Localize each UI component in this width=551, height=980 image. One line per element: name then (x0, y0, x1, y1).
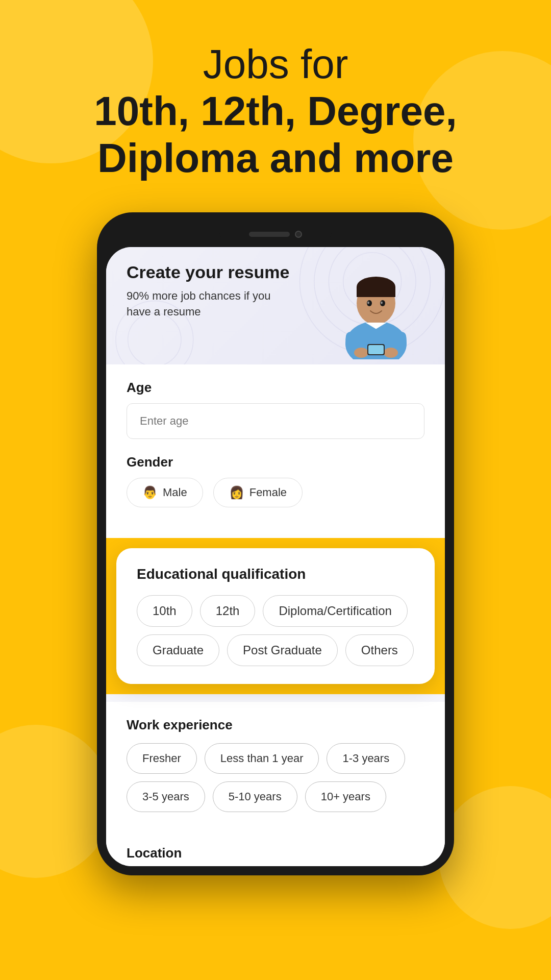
work-chip-1-3-years[interactable]: 1-3 years (327, 743, 405, 774)
female-label: Female (249, 486, 287, 499)
header-subtitle: 90% more job chances if you have a resum… (127, 288, 290, 320)
edu-chip-12th[interactable]: 12th (200, 595, 256, 627)
work-chip-5-10-years[interactable]: 5-10 years (213, 781, 297, 812)
hero-line3: Diploma and more (97, 135, 454, 181)
phone-screen: Create your resume 90% more job chances … (106, 247, 445, 866)
hero-section: Jobs for 10th, 12th, Degree, Diploma and… (0, 0, 551, 202)
header-content: Create your resume 90% more job chances … (127, 262, 424, 354)
phone-notch (219, 224, 332, 244)
phone-notch-bar (106, 222, 445, 247)
gender-options: 👨 Male 👩 Female (127, 478, 424, 507)
location-section: Location (106, 835, 445, 866)
female-icon: 👩 (229, 485, 244, 500)
header-avatar (333, 262, 424, 354)
edu-chip-others[interactable]: Others (345, 634, 414, 666)
svg-point-15 (354, 348, 368, 358)
avatar-svg (333, 262, 419, 359)
svg-rect-10 (357, 287, 395, 297)
hero-title: Jobs for 10th, 12th, Degree, Diploma and… (0, 41, 551, 182)
svg-point-16 (384, 348, 398, 358)
work-chip-row-1: Fresher Less than 1 year 1-3 years (127, 743, 424, 774)
work-chip-less-than-1-year[interactable]: Less than 1 year (205, 743, 319, 774)
form-area: Age Gender 👨 Male 👩 Female (106, 364, 445, 538)
gender-field: Gender 👨 Male 👩 Female (127, 454, 424, 507)
edu-options: 10th 12th Diploma/Certification Graduate (137, 595, 414, 666)
location-label: Location (127, 845, 424, 861)
header-text: Create your resume 90% more job chances … (127, 262, 290, 320)
age-label: Age (127, 380, 424, 396)
phone-wrapper: Create your resume 90% more job chances … (0, 212, 551, 875)
age-field: Age (127, 380, 424, 439)
work-experience-section: Work experience Fresher Less than 1 year… (106, 702, 445, 835)
screen-header: Create your resume 90% more job chances … (106, 247, 445, 364)
hero-line2: 10th, 12th, Degree, (94, 88, 457, 134)
work-chip-row-2: 3-5 years 5-10 years 10+ years (127, 781, 424, 812)
age-input[interactable] (127, 403, 424, 439)
svg-rect-18 (368, 345, 384, 354)
edu-qualification-title: Educational qualification (137, 566, 414, 582)
edu-chip-10th[interactable]: 10th (137, 595, 192, 627)
edu-qualification-popup: Educational qualification 10th 12th Dipl… (116, 548, 435, 684)
work-chip-fresher[interactable]: Fresher (127, 743, 197, 774)
edu-chip-graduate[interactable]: Graduate (137, 634, 219, 666)
svg-point-14 (381, 302, 383, 304)
male-label: Male (163, 486, 187, 499)
notch-camera (295, 231, 302, 238)
work-experience-label: Work experience (127, 717, 424, 733)
notch-speaker (249, 232, 290, 237)
male-icon: 👨 (142, 485, 158, 500)
hero-line1: Jobs for (203, 41, 348, 87)
svg-point-13 (367, 302, 369, 304)
work-chip-10-plus-years[interactable]: 10+ years (305, 781, 386, 812)
work-chip-3-5-years[interactable]: 3-5 years (127, 781, 205, 812)
gender-male-button[interactable]: 👨 Male (127, 478, 203, 507)
edu-chip-diploma[interactable]: Diploma/Certification (263, 595, 407, 627)
header-title: Create your resume (127, 262, 290, 282)
gender-label: Gender (127, 454, 424, 470)
edu-chip-postgraduate[interactable]: Post Graduate (227, 634, 338, 666)
gender-female-button[interactable]: 👩 Female (213, 478, 303, 507)
phone-frame: Create your resume 90% more job chances … (97, 212, 454, 875)
